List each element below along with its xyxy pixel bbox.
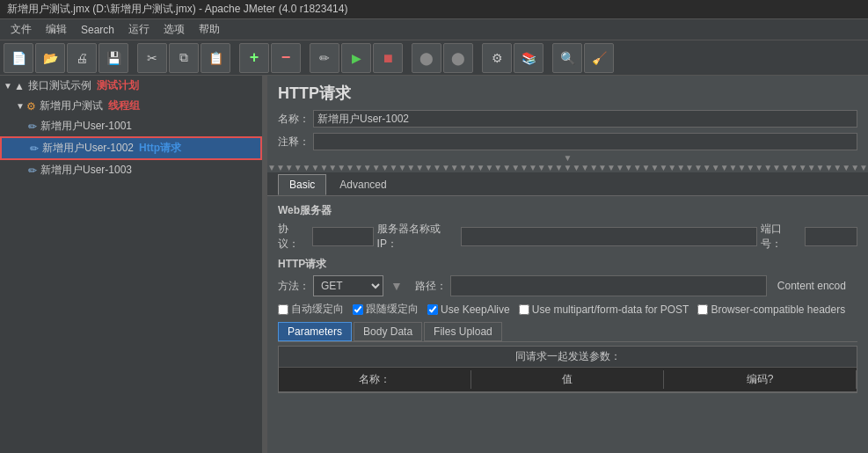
tab-basic[interactable]: Basic (278, 174, 326, 195)
tree-label-user1001: 新增用户User-1001 (40, 119, 132, 134)
followdirect-label: 跟随缓定向 (366, 302, 419, 317)
server-input[interactable] (461, 227, 757, 246)
tree-label-thread: 新增用户测试 (40, 99, 103, 113)
table-title: 同请求一起发送参数： (279, 347, 857, 368)
keepalive-label: Use KeepAlive (441, 303, 510, 316)
menu-options[interactable]: 选项 (157, 20, 192, 39)
multipart-label: Use multipart/form-data for POST (532, 303, 689, 316)
main-layout: ▼ ▲ 接口测试示例 测试计划 ▼ ⚙ 新增用户测试 线程组 ✏ 新增用户Use… (0, 76, 868, 453)
tree-item-user1003[interactable]: ✏ 新增用户User-1003 (0, 160, 262, 180)
panel-title: HTTP请求 (267, 76, 868, 107)
multipart-checkbox[interactable] (519, 304, 529, 315)
tree-label-user1002: 新增用户User-1002 (42, 141, 134, 156)
protocol-input[interactable] (312, 227, 374, 246)
right-panel: HTTP请求 名称： 注释： ▼ ▼▼▼▼▼▼▼▼▼▼▼▼▼▼▼▼▼▼▼▼▼▼▼… (267, 76, 868, 453)
autodirect-label: 自动缓定向 (291, 302, 344, 317)
option-browser-compat[interactable]: Browser-compatible headers (697, 303, 845, 316)
new-button[interactable]: 📄 (4, 43, 33, 73)
col-name: 名称： (279, 370, 471, 389)
params-table: 同请求一起发送参数： 名称： 值 编码? (278, 346, 857, 393)
sub-tab-parameters[interactable]: Parameters (278, 322, 352, 341)
settings-button[interactable]: ⚙ (482, 43, 512, 73)
tree-toggle-root[interactable]: ▼ (4, 81, 12, 91)
clear2-button[interactable]: ⬤ (443, 43, 473, 73)
left-panel: ▼ ▲ 接口测试示例 测试计划 ▼ ⚙ 新增用户测试 线程组 ✏ 新增用户Use… (0, 76, 264, 453)
server-name-label: 服务器名称或IP： (377, 222, 458, 252)
toolbar: 📄 📂 🖨 💾 ✂ ⧉ 📋 + − ✏ ▶ ⏹ ⬤ ⬤ ⚙ 📚 🔍 🧹 (0, 40, 868, 76)
tree-label-root: 接口测试示例 (28, 78, 91, 93)
triangle-icon: ▲ (14, 80, 25, 92)
server-row: 协议： 服务器名称或IP： 端口号： (278, 222, 857, 252)
menu-file[interactable]: 文件 (4, 20, 39, 39)
pencil-icon-1003: ✏ (28, 164, 37, 177)
gear-icon: ⚙ (26, 100, 36, 113)
comment-label: 注释： (278, 135, 313, 150)
print-button[interactable]: 🖨 (67, 43, 97, 73)
tree-extra-user1002: Http请求 (139, 141, 181, 156)
method-select[interactable]: GET POST PUT DELETE (313, 275, 383, 296)
sub-tabs-bar: Parameters Body Data Files Upload (278, 322, 857, 342)
http-request-section-title: HTTP请求 (278, 257, 857, 272)
comment-row: 注释： (267, 130, 868, 153)
port-input[interactable] (805, 227, 857, 246)
tree-extra-thread: 线程组 (108, 99, 140, 113)
menu-help[interactable]: 帮助 (192, 20, 227, 39)
open-button[interactable]: 📂 (35, 43, 65, 73)
web-server-title: Web服务器 (278, 203, 857, 218)
sub-tab-bodydata[interactable]: Body Data (354, 322, 422, 341)
options-row: 自动缓定向 跟随缓定向 Use KeepAlive Use multipart/… (278, 302, 857, 317)
tree-item-user1001[interactable]: ✏ 新增用户User-1001 (0, 116, 262, 136)
tree-extra-root: 测试计划 (97, 78, 139, 93)
path-input[interactable] (450, 275, 767, 296)
clear1-button[interactable]: ⬤ (412, 43, 441, 73)
save-button[interactable]: 💾 (98, 43, 128, 73)
pencil-icon-1001: ✏ (28, 121, 37, 133)
tree-item-root[interactable]: ▼ ▲ 接口测试示例 测试计划 (0, 76, 262, 96)
dropdown-arrow-icon: ▼ (390, 279, 403, 293)
menu-run[interactable]: 运行 (121, 20, 157, 39)
sub-tab-filesupload[interactable]: Files Upload (424, 322, 502, 341)
pencil-icon-1002: ✏ (30, 142, 39, 155)
name-label: 名称： (278, 112, 313, 127)
edit-button[interactable]: ✏ (310, 43, 339, 73)
tab-advanced[interactable]: Advanced (328, 174, 398, 195)
method-row: 方法： GET POST PUT DELETE ▼ 路径： Content en… (278, 275, 857, 296)
browser-compat-checkbox[interactable] (697, 304, 708, 315)
search-toolbar-button[interactable]: 🔍 (552, 43, 582, 73)
option-multipart[interactable]: Use multipart/form-data for POST (519, 303, 689, 316)
menu-edit[interactable]: 编辑 (39, 20, 74, 39)
tree-item-thread[interactable]: ▼ ⚙ 新增用户测试 线程组 (0, 96, 262, 116)
option-followdirect[interactable]: 跟随缓定向 (353, 302, 419, 317)
cut-button[interactable]: ✂ (137, 43, 167, 73)
browser-compat-label: Browser-compatible headers (711, 303, 845, 316)
port-label: 端口号： (761, 222, 801, 252)
tree-item-user1002[interactable]: ✏ 新增用户User-1002 Http请求 (0, 136, 262, 160)
protocol-label: 协议： (278, 222, 309, 252)
stop-button[interactable]: ⏹ (373, 43, 403, 73)
copy-button[interactable]: ⧉ (169, 43, 199, 73)
comment-input[interactable] (313, 133, 857, 150)
docs-button[interactable]: 📚 (514, 43, 543, 73)
add-button[interactable]: + (239, 43, 269, 73)
tree-toggle-thread[interactable]: ▼ (16, 101, 25, 111)
remove-button[interactable]: − (271, 43, 301, 73)
run-button[interactable]: ▶ (341, 43, 371, 73)
paste-button[interactable]: 📋 (201, 43, 230, 73)
name-row: 名称： (267, 107, 868, 130)
col-value: 值 (471, 370, 664, 389)
tree-label-user1003: 新增用户User-1003 (40, 163, 132, 178)
content-area: Web服务器 协议： 服务器名称或IP： 端口号： HTTP请求 方法： GET… (267, 196, 868, 453)
autodirect-checkbox[interactable] (278, 304, 288, 315)
title-text: 新增用户测试.jmx (D:\新增用户测试.jmx) - Apache JMet… (7, 2, 347, 17)
menu-search[interactable]: Search (74, 22, 121, 38)
table-header: 名称： 值 编码? (279, 368, 857, 392)
menu-bar: 文件 编辑 Search 运行 选项 帮助 (0, 19, 868, 40)
title-bar: 新增用户测试.jmx (D:\新增用户测试.jmx) - Apache JMet… (0, 0, 868, 19)
keepalive-checkbox[interactable] (427, 304, 438, 315)
followdirect-checkbox[interactable] (353, 304, 363, 315)
name-input[interactable] (313, 110, 857, 128)
option-keepalive[interactable]: Use KeepAlive (427, 303, 510, 316)
broom-button[interactable]: 🧹 (584, 43, 614, 73)
path-label: 路径： (415, 279, 447, 294)
option-autodirect[interactable]: 自动缓定向 (278, 302, 344, 317)
